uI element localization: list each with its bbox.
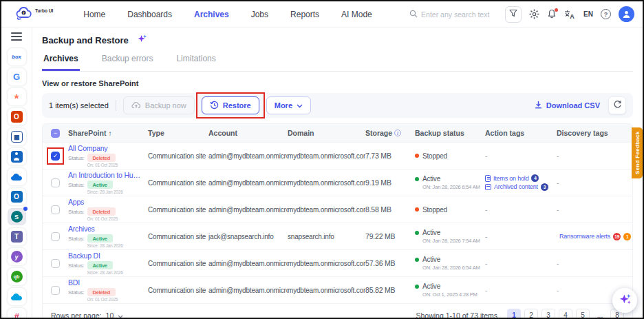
restore-button[interactable]: Restore: [202, 96, 259, 114]
account-cell: admin@mydbteam.onmicros...: [208, 206, 288, 214]
filter-funnel-button[interactable]: [505, 6, 522, 23]
column-header-discovery-tags[interactable]: Discovery tags: [557, 129, 632, 137]
discovery-tags-cell: -: [557, 206, 632, 214]
sidebar-app-sharepoint-icon[interactable]: S: [8, 208, 26, 225]
column-header-sharepoint[interactable]: SharePoint↑: [68, 129, 148, 137]
sidebar-app-outlook-icon[interactable]: O: [8, 188, 26, 205]
discovery-tag[interactable]: Ransomware alerts191: [557, 233, 628, 240]
action-tag[interactable]: Items on hold4: [485, 174, 552, 182]
nav-item-home[interactable]: Home: [83, 10, 105, 19]
backup-status-cell: ActiveON: Oct 1, 2025 4:28 PM: [415, 282, 485, 298]
site-name-link[interactable]: Backup DI: [68, 251, 144, 260]
storage-cell: 9.19 MB: [365, 178, 415, 187]
navbar-right: A EN ?: [409, 6, 634, 23]
global-search[interactable]: [409, 8, 497, 21]
action-tags-cell: -: [485, 260, 557, 267]
backup-status-dot: [415, 177, 419, 181]
download-csv-button[interactable]: Download CSV: [535, 101, 600, 110]
notification-bell-icon[interactable]: [547, 9, 557, 19]
sidebar-app-contacts-icon[interactable]: [8, 148, 26, 165]
site-name-link[interactable]: BDI: [68, 278, 144, 287]
row-checkbox[interactable]: [51, 232, 60, 241]
ai-assistant-fab[interactable]: [612, 288, 637, 313]
backup-now-button[interactable]: Backup now: [123, 96, 195, 114]
refresh-button[interactable]: [608, 96, 626, 114]
domain-cell: mydbteam.onmicrosoft.com: [288, 206, 365, 214]
sidebar-app-slack-icon[interactable]: #: [8, 308, 26, 319]
tab-backup-errors[interactable]: Backup errors: [100, 54, 155, 71]
sidebar-app-salesforce-icon[interactable]: [8, 288, 26, 305]
row-checkbox[interactable]: [51, 205, 60, 214]
pagination-page-3[interactable]: 3: [541, 309, 555, 319]
ai-sparkle-icon: [619, 293, 632, 309]
tab-limitations[interactable]: Limitations: [175, 54, 217, 71]
more-actions-button[interactable]: More: [266, 96, 311, 114]
table-row: AppsStatus:DeletedOn: 01 Oct 2025Communi…: [43, 196, 632, 223]
archived-content-icon: [485, 184, 491, 190]
action-tag[interactable]: Archived content3: [485, 183, 552, 191]
status-date: On: 01 Oct 2025: [87, 216, 118, 221]
language-label[interactable]: EN: [583, 10, 593, 18]
backup-date: ON: Jan 28, 2026 6:54 AM: [422, 265, 481, 271]
account-cell: admin@mydbteam.onmicros...: [208, 179, 288, 187]
help-icon[interactable]: ?: [601, 9, 611, 19]
sidebar-app-notes-grid-icon[interactable]: ▦: [8, 128, 26, 145]
sidebar-app-google-icon[interactable]: G: [8, 68, 26, 85]
action-tags-cell: -: [485, 206, 557, 214]
storage-cell: 79.22 MB: [365, 232, 415, 240]
row-checkbox[interactable]: [51, 178, 60, 187]
user-avatar[interactable]: [619, 6, 634, 22]
pagination-page-2[interactable]: 2: [524, 309, 538, 319]
storage-cell: 7.73 MB: [365, 152, 415, 160]
select-all-checkbox[interactable]: −: [51, 129, 60, 138]
column-header-account[interactable]: Account: [208, 129, 288, 137]
sidebar-app-hubspot-icon[interactable]: *: [8, 88, 26, 105]
app-sidebar: boxG*O▦OSTyqb#: [1, 28, 32, 318]
pagination-page-5[interactable]: 5: [576, 309, 590, 319]
sidebar-app-teams-icon[interactable]: T: [8, 228, 26, 245]
discovery-tags-cell: -: [557, 152, 632, 160]
row-checkbox[interactable]: [51, 286, 60, 295]
search-input[interactable]: [421, 10, 497, 19]
domain-cell: mydbteam.onmicrosoft.com: [288, 152, 365, 160]
column-header-domain[interactable]: Domain: [288, 129, 365, 137]
sort-ascending-icon: ↑: [108, 130, 111, 137]
menu-hamburger-icon[interactable]: [11, 32, 22, 41]
translate-icon[interactable]: A: [564, 10, 575, 19]
rows-per-page-value[interactable]: 10: [106, 311, 114, 319]
tab-archives[interactable]: Archives: [42, 54, 80, 71]
nav-item-archives[interactable]: Archives: [194, 10, 229, 19]
column-header-backup-status[interactable]: Backup status: [415, 129, 485, 137]
site-name-link[interactable]: Archives: [68, 225, 144, 233]
backup-status-cell: ActiveON: Jan 28, 2026 6:54 AM: [415, 256, 485, 271]
brand-logo[interactable]: Turbo UI: [15, 6, 53, 23]
settings-gear-icon[interactable]: [529, 9, 539, 19]
filter-funnel-icon: [509, 9, 517, 19]
sidebar-app-quickbooks-icon[interactable]: qb: [8, 268, 26, 285]
column-header-type[interactable]: Type: [148, 129, 208, 137]
pagination-page-1[interactable]: 1: [507, 309, 521, 319]
nav-item-reports[interactable]: Reports: [290, 10, 319, 19]
rows-per-page[interactable]: Rows per page: 10: [51, 311, 123, 319]
pagination-page-4[interactable]: 4: [559, 309, 572, 319]
send-feedback-tab[interactable]: Send Feedback: [632, 127, 643, 178]
column-header-action-tags[interactable]: Action tags: [485, 129, 557, 137]
row-checkbox[interactable]: ✓: [51, 152, 60, 161]
site-name-link[interactable]: All Company: [68, 144, 144, 152]
sidebar-app-viva-engage-icon[interactable]: y: [8, 248, 26, 265]
storage-cell: 8.58 MB: [365, 205, 415, 214]
sidebar-app-onedrive-icon[interactable]: [8, 168, 26, 185]
tag-count-badge: 4: [531, 174, 539, 182]
site-name-link[interactable]: An Introduction to Human P...: [68, 171, 144, 179]
nav-item-jobs[interactable]: Jobs: [251, 10, 268, 19]
nav-item-dashboards[interactable]: Dashboards: [127, 10, 172, 19]
restore-history-icon: [210, 101, 219, 111]
sidebar-app-office-icon[interactable]: O: [8, 108, 26, 125]
ai-sparkle-icon[interactable]: [137, 34, 147, 47]
sidebar-app-box-icon[interactable]: box: [8, 48, 26, 65]
backup-status-dot: [415, 207, 419, 212]
site-name-link[interactable]: Apps: [68, 198, 144, 206]
row-checkbox[interactable]: [51, 259, 60, 268]
nav-item-ai-mode[interactable]: AI Mode: [341, 10, 372, 19]
column-header-storage[interactable]: Storagei: [365, 129, 415, 137]
